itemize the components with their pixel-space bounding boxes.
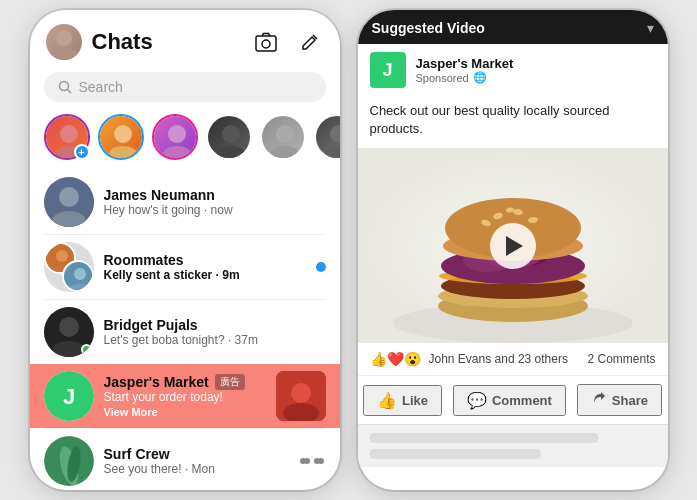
svg-point-4 xyxy=(59,82,68,91)
chat-item-ad[interactable]: J Jasper's Market 廣告 Start your order to… xyxy=(30,364,340,428)
reactions-bar: 👍❤️😮 John Evans and 23 others 2 Comments xyxy=(358,343,668,376)
chat-content: Jasper's Market 廣告 Start your order toda… xyxy=(104,374,266,418)
svg-point-33 xyxy=(291,383,311,403)
chat-message: See you there! · Mon xyxy=(104,462,290,476)
user-avatar[interactable] xyxy=(46,24,82,60)
right-phone: Suggested Video ▾ J Jasper's Market Spon… xyxy=(358,10,668,490)
ad-avatar: J xyxy=(44,371,94,421)
svg-text:J: J xyxy=(62,384,74,409)
search-bar[interactable]: Search xyxy=(44,72,326,102)
globe-icon: 🌐 xyxy=(473,71,487,84)
story-item[interactable] xyxy=(206,114,252,160)
chat-item-james[interactable]: James Neumann Hey how's it going · now xyxy=(30,170,340,234)
chat-message: Kelly sent a sticker · 9m xyxy=(104,268,306,282)
chat-avatar xyxy=(44,242,94,292)
chat-message: Let's get boba tonight? · 37m xyxy=(104,333,326,347)
camera-icon[interactable] xyxy=(252,28,280,56)
video-container[interactable] xyxy=(358,148,668,343)
svg-point-25 xyxy=(74,268,86,280)
svg-point-28 xyxy=(59,317,79,337)
action-bar: 👍 Like 💬 Comment Share xyxy=(358,376,668,424)
svg-point-15 xyxy=(271,146,299,158)
ad-logo: J xyxy=(370,52,406,88)
suggested-label: Suggested Video xyxy=(372,20,485,36)
ad-name: Jasper's Market xyxy=(416,56,514,71)
ad-sponsored: Sponsored 🌐 xyxy=(416,71,514,84)
chat-name: James Neumann xyxy=(104,187,326,203)
chat-content: Bridget Pujals Let's get boba tonight? ·… xyxy=(104,317,326,347)
ad-header: J Jasper's Market Sponsored 🌐 xyxy=(358,44,668,96)
svg-point-19 xyxy=(59,187,79,207)
svg-point-22 xyxy=(56,250,68,262)
content-preview xyxy=(358,424,668,467)
svg-point-10 xyxy=(168,125,186,143)
header-icons xyxy=(252,28,324,56)
like-label: Like xyxy=(402,393,428,408)
svg-point-39 xyxy=(304,458,310,464)
chats-header: Chats xyxy=(30,10,340,68)
left-phone: Chats xyxy=(30,10,340,490)
search-placeholder: Search xyxy=(79,79,123,95)
stories-row: + xyxy=(30,110,340,170)
view-more-link[interactable]: View More xyxy=(104,406,266,418)
svg-point-12 xyxy=(222,125,240,143)
unread-indicator xyxy=(316,262,326,272)
reactions-text: John Evans and 23 others xyxy=(429,352,580,366)
search-icon xyxy=(58,80,72,94)
ad-info: Jasper's Market Sponsored 🌐 xyxy=(416,56,514,84)
svg-point-6 xyxy=(60,125,78,143)
chevron-down-icon[interactable]: ▾ xyxy=(647,20,654,36)
share-label: Share xyxy=(612,393,648,408)
share-icon xyxy=(591,390,607,410)
chat-content: Roommates Kelly sent a sticker · 9m xyxy=(104,252,306,282)
svg-point-0 xyxy=(56,30,72,46)
chat-list: James Neumann Hey how's it going · now xyxy=(30,170,340,490)
svg-point-1 xyxy=(50,47,78,60)
chat-receipt xyxy=(300,456,326,466)
like-button[interactable]: 👍 Like xyxy=(363,385,442,416)
chat-message: Hey how's it going · now xyxy=(104,203,326,217)
chat-name: Bridget Pujals xyxy=(104,317,326,333)
story-item[interactable] xyxy=(314,114,340,160)
chat-avatar xyxy=(44,436,94,486)
story-item[interactable] xyxy=(260,114,306,160)
preview-line xyxy=(370,449,542,459)
comment-button[interactable]: 💬 Comment xyxy=(453,385,566,416)
svg-point-14 xyxy=(276,125,294,143)
preview-line xyxy=(370,433,599,443)
comment-label: Comment xyxy=(492,393,552,408)
story-item[interactable] xyxy=(98,114,144,160)
svg-point-8 xyxy=(114,125,132,143)
svg-point-3 xyxy=(262,40,270,48)
play-button[interactable] xyxy=(490,223,536,269)
online-indicator xyxy=(81,344,92,355)
svg-point-41 xyxy=(318,458,324,464)
svg-point-13 xyxy=(217,146,245,158)
story-add-button[interactable]: + xyxy=(74,144,90,160)
svg-point-9 xyxy=(109,146,137,158)
ad-description: Check out our best quality locally sourc… xyxy=(358,96,668,148)
chat-content: Surf Crew See you there! · Mon xyxy=(104,446,290,476)
top-bar: Suggested Video ▾ xyxy=(358,10,668,44)
chat-avatar xyxy=(44,307,94,357)
ad-badge: 廣告 xyxy=(215,374,245,390)
play-triangle-icon xyxy=(506,236,523,256)
like-icon: 👍 xyxy=(377,391,397,410)
chat-name: Roommates xyxy=(104,252,306,268)
svg-point-17 xyxy=(325,146,340,158)
chat-item-roommates[interactable]: Roommates Kelly sent a sticker · 9m xyxy=(30,235,340,299)
ad-thumbnail xyxy=(276,371,326,421)
svg-line-5 xyxy=(67,90,71,94)
reaction-emojis: 👍❤️😮 xyxy=(370,351,421,367)
story-item[interactable]: + xyxy=(44,114,90,160)
share-button[interactable]: Share xyxy=(577,384,662,416)
chat-message: Start your order today! xyxy=(104,390,266,404)
chat-content: James Neumann Hey how's it going · now xyxy=(104,187,326,217)
comment-icon: 💬 xyxy=(467,391,487,410)
compose-icon[interactable] xyxy=(296,28,324,56)
chat-item-surf[interactable]: Surf Crew See you there! · Mon xyxy=(30,429,340,490)
story-item[interactable] xyxy=(152,114,198,160)
chats-title: Chats xyxy=(92,29,252,55)
chat-item-bridget[interactable]: Bridget Pujals Let's get boba tonight? ·… xyxy=(30,300,340,364)
chat-name: Surf Crew xyxy=(104,446,290,462)
